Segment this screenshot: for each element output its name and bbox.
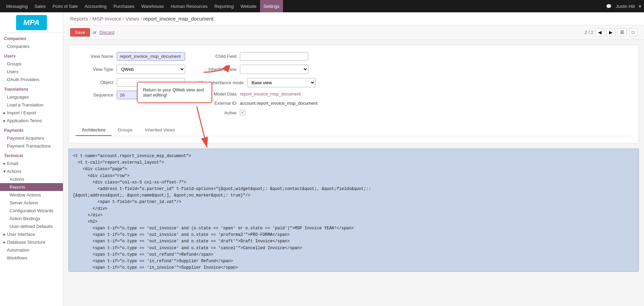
sidebar-item-users[interactable]: Users xyxy=(0,68,63,76)
nav-accounting[interactable]: Accounting xyxy=(81,0,110,12)
nav-hr[interactable]: Human Resources xyxy=(167,0,211,12)
sidebar-item-window-actions[interactable]: Window Actions xyxy=(0,191,63,199)
sidebar-item-actions-group[interactable]: ▾ Actions xyxy=(0,167,63,175)
sidebar-section-technical: Technical ▸ Email ▾ Actions Actions Repo… xyxy=(0,150,63,262)
sidebar-item-actions[interactable]: Actions xyxy=(0,175,63,183)
sidebar-item-groups[interactable]: Groups xyxy=(0,60,63,68)
logo-area: MPA xyxy=(0,12,63,33)
user-name[interactable]: Justin Hill xyxy=(616,4,635,9)
save-button[interactable]: Save xyxy=(70,28,90,37)
sidebar-item-user-defaults[interactable]: User-defined Defaults xyxy=(0,222,63,230)
top-nav-right: 💬 Justin Hill ▾ xyxy=(606,4,641,9)
chat-icon[interactable]: 💬 xyxy=(606,4,611,9)
sidebar-item-action-bindings[interactable]: Action Bindings xyxy=(0,215,63,222)
discard-button[interactable]: Discard xyxy=(99,30,114,35)
sidebar-item-companies[interactable]: Companies xyxy=(0,42,63,50)
sidebar-item-config-wizards[interactable]: Configuration Wizards xyxy=(0,207,63,215)
sidebar-section-translations: Translations Languages Load a Translatio… xyxy=(0,84,63,125)
sidebar-item-workflows[interactable]: Workflows xyxy=(0,254,63,262)
object-label: Object xyxy=(76,80,113,85)
field-external-id: External ID account.report_invoice_msp_d… xyxy=(199,101,318,106)
inherited-view-select[interactable] xyxy=(240,65,308,74)
nav-purchases[interactable]: Purchases xyxy=(110,0,138,12)
sidebar-item-user-interface[interactable]: ▸ User Interface xyxy=(0,230,63,238)
section-title-translations: Translations xyxy=(0,84,63,93)
grid-view-button[interactable]: □ xyxy=(629,28,637,36)
view-name-label: View Name xyxy=(76,54,113,59)
view-inheritance-select[interactable]: Base view xyxy=(247,78,315,87)
tab-groups[interactable]: Groups xyxy=(112,125,139,136)
section-title-technical: Technical xyxy=(0,150,63,160)
breadcrumb-msp-invoice[interactable]: MSP-Invoice xyxy=(92,16,121,22)
field-view-inheritance: View inheritance mode Base view xyxy=(199,78,318,87)
nav-pos[interactable]: Point of Sale xyxy=(49,0,81,12)
breadcrumb-reports[interactable]: Reports xyxy=(70,16,88,22)
nav-reporting[interactable]: Reporting xyxy=(211,0,237,12)
code-editor[interactable]: <t t-name="account.report_invoice_msp_do… xyxy=(68,149,639,272)
list-view-button[interactable]: ☰ xyxy=(617,28,627,36)
action-bar: Save or Discard 2 / 2 ◀ ▶ ☰ □ xyxy=(63,25,644,40)
section-title-companies: Companies xyxy=(0,33,63,42)
external-id-value: account.report_invoice_msp_document xyxy=(240,101,318,106)
logo-text: MPA xyxy=(23,18,39,27)
top-navigation: Messaging Sales Point of Sale Accounting… xyxy=(0,0,644,12)
breadcrumb-sep-2: / xyxy=(123,16,124,22)
nav-warehouse[interactable]: Warehouse xyxy=(138,0,167,12)
sidebar-section-companies: Companies Companies xyxy=(0,33,63,50)
nav-settings[interactable]: Settings xyxy=(260,0,283,12)
child-field-label: Child Field xyxy=(199,54,236,59)
active-label: Active xyxy=(199,110,236,115)
page-counter: 2 / 2 xyxy=(585,30,593,35)
breadcrumb-sep-1: / xyxy=(90,16,91,22)
form-tabs: Architecture Groups Inherited Views xyxy=(76,125,632,136)
field-view-name: View Name xyxy=(76,52,185,61)
sidebar-item-app-terms[interactable]: ▸ Application Terms xyxy=(0,117,63,125)
sidebar-item-email[interactable]: ▸ Email xyxy=(0,160,63,167)
sequence-label: Sequence xyxy=(76,92,113,98)
page-wrapper: Return to your QWeb view and start editi… xyxy=(63,45,644,272)
sidebar-item-db-structure[interactable]: ▸ Database Structure xyxy=(0,238,63,246)
view-name-input[interactable] xyxy=(117,52,185,61)
sidebar-item-server-actions[interactable]: Server Actions xyxy=(0,199,63,207)
main-layout: MPA Companies Companies Users Groups Use… xyxy=(0,12,644,306)
field-inherited-view: Inherited View xyxy=(199,65,318,74)
section-title-users: Users xyxy=(0,50,63,60)
prev-record-button[interactable]: ◀ xyxy=(595,28,604,36)
sidebar-item-reports[interactable]: Reports xyxy=(0,183,63,191)
model-data-value[interactable]: report_invoice_msp_document xyxy=(240,91,301,97)
nav-sales[interactable]: Sales xyxy=(31,0,49,12)
field-model-data: Model Data report_invoice_msp_document xyxy=(199,91,318,97)
view-type-select[interactable]: QWeb xyxy=(117,65,185,74)
callout-tooltip: Return to your QWeb view and start editi… xyxy=(137,82,212,103)
breadcrumb-sep-3: / xyxy=(141,16,142,22)
inherited-view-label: Inherited View xyxy=(199,67,236,72)
callout-text: Return to your QWeb view and start editi… xyxy=(143,87,204,98)
user-chevron-icon: ▾ xyxy=(639,4,641,9)
active-checkbox[interactable] xyxy=(240,110,245,115)
sidebar-item-load-translation[interactable]: Load a Translation xyxy=(0,101,63,109)
sidebar-item-import-export[interactable]: ▸ Import / Export xyxy=(0,109,63,117)
next-record-button[interactable]: ▶ xyxy=(606,28,615,36)
section-title-payments: Payments xyxy=(0,125,63,134)
logo: MPA xyxy=(16,15,47,30)
sidebar-item-automation[interactable]: Automation xyxy=(0,246,63,254)
sidebar-item-oauth[interactable]: OAuth Providers xyxy=(0,76,63,84)
breadcrumb-current: report_invoice_msp_document xyxy=(143,16,214,22)
nav-website[interactable]: Website xyxy=(237,0,260,12)
form-right: Child Field Inherited View View inherita… xyxy=(199,52,318,119)
view-type-label: View Type xyxy=(76,67,113,72)
tab-architecture[interactable]: Architecture xyxy=(76,125,112,136)
tab-inherited-views[interactable]: Inherited Views xyxy=(139,125,181,136)
breadcrumb-views[interactable]: Views xyxy=(126,16,139,22)
field-view-type: View Type QWeb xyxy=(76,65,185,74)
action-bar-or: or xyxy=(93,30,97,35)
breadcrumb: Reports / MSP-Invoice / Views / report_i… xyxy=(63,12,644,25)
child-field-input[interactable] xyxy=(240,52,308,61)
sidebar-item-payment-transactions[interactable]: Payment Transactions xyxy=(0,142,63,150)
field-child-field: Child Field xyxy=(199,52,318,61)
action-bar-right: 2 / 2 ◀ ▶ ☰ □ xyxy=(585,28,637,36)
sidebar-item-languages[interactable]: Languages xyxy=(0,93,63,101)
sidebar: MPA Companies Companies Users Groups Use… xyxy=(0,12,63,306)
nav-messaging[interactable]: Messaging xyxy=(3,0,31,12)
sidebar-item-payment-acquirers[interactable]: Payment Acquirers xyxy=(0,134,63,142)
